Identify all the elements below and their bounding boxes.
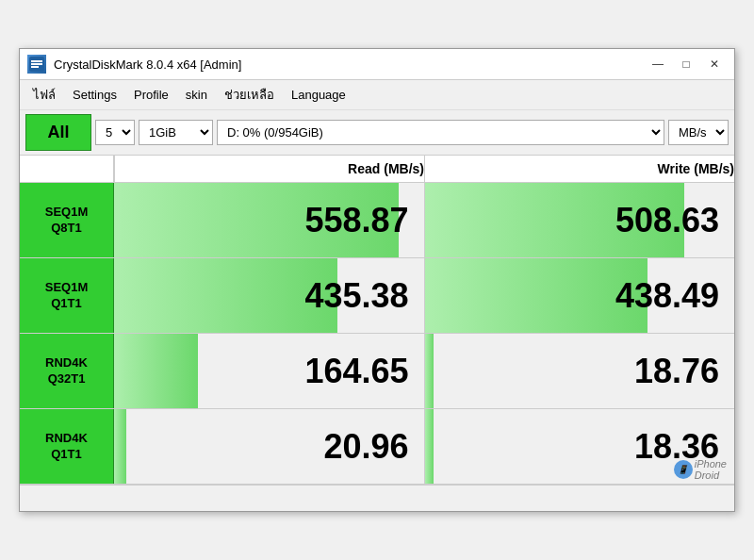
label-line2: Q1T1 <box>51 447 82 463</box>
svg-rect-1 <box>31 63 42 65</box>
minimize-button[interactable]: — <box>646 55 670 74</box>
table-row: SEQ1M Q1T1 435.38 438.49 <box>20 258 734 334</box>
read-value: 20.96 <box>323 427 408 467</box>
maximize-button[interactable]: □ <box>674 55 698 74</box>
menu-item-ช่วยเหลือ[interactable]: ช่วยเหลือ <box>217 82 282 107</box>
read-value: 435.38 <box>304 276 408 316</box>
app-icon <box>27 55 46 74</box>
main-window: CrystalDiskMark 8.0.4 x64 [Admin] — □ ✕ … <box>19 48 735 512</box>
write-cell: 18.76 <box>425 334 735 408</box>
read-cell: 558.87 <box>114 183 425 257</box>
label-line2: Q32T1 <box>48 371 86 387</box>
close-button[interactable]: ✕ <box>702 55 727 74</box>
label-line1: SEQ1M <box>45 205 89 221</box>
table-row: RND4K Q32T1 164.65 18.76 <box>20 334 734 409</box>
menu-item-language[interactable]: Language <box>284 85 353 105</box>
menu-item-skin[interactable]: skin <box>178 85 215 105</box>
read-cell: 164.65 <box>114 334 425 408</box>
table-header: Read (MB/s) Write (MB/s) <box>20 156 734 183</box>
label-line1: RND4K <box>45 355 88 371</box>
menu-item-ไฟล์[interactable]: ไฟล์ <box>25 82 63 107</box>
unit-select[interactable]: MB/s GB/s <box>668 120 729 145</box>
label-header <box>20 156 114 182</box>
menu-bar: ไฟล์SettingsProfileskinช่วยเหลือLanguage <box>20 80 734 110</box>
footer <box>20 485 734 511</box>
row-label: RND4K Q1T1 <box>20 409 114 484</box>
size-select[interactable]: 1GiB 512MiB 2GiB <box>139 120 213 145</box>
window-title: CrystalDiskMark 8.0.4 x64 [Admin] <box>54 58 241 72</box>
drive-select[interactable]: D: 0% (0/954GiB) <box>217 120 664 145</box>
label-line1: SEQ1M <box>45 280 89 296</box>
read-value: 164.65 <box>304 352 408 391</box>
write-cell: 438.49 <box>425 258 735 333</box>
row-label: SEQ1M Q1T1 <box>20 258 114 333</box>
svg-rect-2 <box>31 60 42 62</box>
read-bar <box>114 334 198 408</box>
write-bar <box>425 334 434 408</box>
table-row: SEQ1M Q8T1 558.87 508.63 <box>20 183 734 258</box>
svg-rect-3 <box>31 66 39 68</box>
write-value: 18.36 <box>634 427 719 467</box>
window-controls: — □ ✕ <box>646 55 727 74</box>
write-bar <box>425 258 648 333</box>
write-value: 438.49 <box>615 276 719 316</box>
content-area: Read (MB/s) Write (MB/s) SEQ1M Q8T1 558.… <box>20 156 734 485</box>
read-header: Read (MB/s) <box>114 156 425 182</box>
table-row: RND4K Q1T1 20.96 18.36 <box>20 409 734 485</box>
title-bar-left: CrystalDiskMark 8.0.4 x64 [Admin] <box>27 55 241 74</box>
read-cell: 20.96 <box>114 409 425 484</box>
write-value: 508.63 <box>615 201 719 240</box>
label-line1: RND4K <box>45 431 88 447</box>
write-value: 18.76 <box>634 352 719 391</box>
runs-select[interactable]: 5 1 3 <box>95 120 135 145</box>
row-label: RND4K Q32T1 <box>20 334 114 408</box>
read-value: 558.87 <box>304 201 408 240</box>
read-cell: 435.38 <box>114 258 425 333</box>
data-rows: SEQ1M Q8T1 558.87 508.63 SEQ1M Q1T1 435.… <box>20 183 734 485</box>
label-line2: Q8T1 <box>51 221 82 237</box>
menu-item-profile[interactable]: Profile <box>126 85 176 105</box>
all-button[interactable]: All <box>25 114 91 151</box>
title-bar: CrystalDiskMark 8.0.4 x64 [Admin] — □ ✕ <box>20 49 734 80</box>
menu-item-settings[interactable]: Settings <box>65 85 124 105</box>
row-label: SEQ1M Q8T1 <box>20 183 114 257</box>
write-bar <box>425 409 434 484</box>
read-bar <box>114 258 337 333</box>
label-line2: Q1T1 <box>51 296 82 312</box>
toolbar: All 5 1 3 1GiB 512MiB 2GiB D: 0% (0/954G… <box>20 110 734 156</box>
write-header: Write (MB/s) <box>425 156 734 182</box>
read-bar <box>114 409 126 484</box>
write-cell: 508.63 <box>425 183 735 257</box>
